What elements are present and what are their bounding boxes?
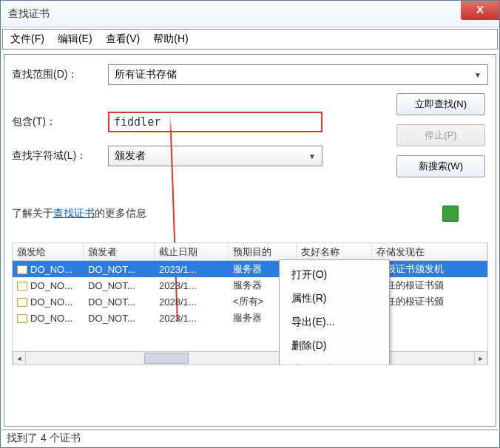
menu-help[interactable]: 帮助(H)	[150, 31, 191, 47]
col-expiry[interactable]: 截止日期	[155, 243, 229, 260]
table-row[interactable]: DO_NO... DO_NOT... 2023/1... 服务器 信任的根证书颁	[13, 277, 487, 293]
col-issued-to[interactable]: 颁发给	[13, 243, 84, 260]
certificate-icon	[17, 265, 27, 274]
certificate-icon	[17, 314, 27, 323]
table-row[interactable]: DO_NO... DO_NOT... 2028/1... <所有> 信任的根证书…	[13, 293, 487, 310]
ctx-export[interactable]: 导出(E)...	[280, 310, 389, 334]
contains-input[interactable]: fiddler	[108, 112, 322, 132]
field-label: 查找字符域(L)：	[12, 149, 108, 163]
menu-view[interactable]: 查看(V)	[103, 31, 143, 47]
info-prefix: 了解关于	[12, 207, 53, 219]
status-text: 找到了 4 个证书	[7, 432, 81, 444]
col-friendly[interactable]: 友好名称	[297, 243, 372, 260]
menu-edit[interactable]: 编辑(E)	[55, 31, 95, 47]
info-suffix: 的更多信息	[95, 207, 146, 219]
scroll-left-icon[interactable]: ◄	[13, 352, 26, 364]
scroll-thumb[interactable]	[144, 353, 189, 364]
contains-value: fiddler	[114, 115, 161, 129]
scope-value: 所有证书存储	[115, 68, 177, 81]
scope-label: 查找范围(D)：	[12, 68, 108, 81]
contains-label: 包含(T)：	[12, 115, 108, 129]
certificate-icon	[17, 298, 27, 307]
window-titlebar: 查找证书 X	[1, 1, 499, 27]
info-link[interactable]: 查找证书	[53, 207, 95, 219]
table-header[interactable]: 颁发给 颁发者 截止日期 预期目的 友好名称 存储发现在	[13, 243, 487, 261]
table-row[interactable]: DO_NO... DO_NOT... 2023/1... 服务器 人	[13, 310, 487, 326]
field-value: 颁发者	[115, 149, 146, 163]
menubar: 文件(F) 编辑(E) 查看(V) 帮助(H)	[2, 29, 498, 50]
new-search-button[interactable]: 新搜索(W)	[396, 155, 485, 177]
info-row: 了解关于查找证书的更多信息	[12, 206, 488, 222]
stop-button: 停止(P)	[396, 124, 485, 146]
find-now-button[interactable]: 立即查找(N)	[396, 93, 485, 115]
status-bar: 找到了 4 个证书	[2, 430, 498, 446]
col-issued-by[interactable]: 颁发者	[84, 243, 155, 260]
main-panel: 查找范围(D)： 所有证书存储 ▼ 包含(T)： fiddler 查找字符域(L…	[4, 54, 496, 427]
col-store[interactable]: 存储发现在	[372, 243, 487, 260]
menu-file[interactable]: 文件(F)	[7, 31, 47, 47]
results-table: 颁发给 颁发者 截止日期 预期目的 友好名称 存储发现在 DO_NO... DO…	[12, 242, 488, 365]
field-dropdown[interactable]: 颁发者 ▼	[108, 146, 322, 166]
col-purpose[interactable]: 预期目的	[229, 243, 297, 260]
chevron-down-icon: ▼	[474, 71, 482, 79]
certificate-icon	[17, 282, 27, 291]
ctx-whats-this[interactable]: 这是什么?	[280, 358, 389, 365]
help-icon[interactable]	[442, 206, 459, 222]
ctx-open[interactable]: 打开(O)	[280, 263, 389, 287]
chevron-down-icon: ▼	[308, 152, 316, 160]
context-menu: 打开(O) 属性(R) 导出(E)... 删除(D) 这是什么?	[279, 259, 390, 365]
window-title: 查找证书	[8, 7, 50, 21]
scope-dropdown[interactable]: 所有证书存储 ▼	[108, 64, 488, 85]
ctx-delete[interactable]: 删除(D)	[280, 334, 389, 358]
ctx-properties[interactable]: 属性(R)	[280, 287, 389, 310]
scroll-right-icon[interactable]: ►	[474, 352, 487, 364]
table-row[interactable]: DO_NO... DO_NOT... 2023/1... 服务器 中级证书颁发机	[13, 261, 487, 277]
close-button[interactable]: X	[461, 1, 499, 20]
horizontal-scrollbar[interactable]: ◄ ►	[13, 351, 487, 364]
